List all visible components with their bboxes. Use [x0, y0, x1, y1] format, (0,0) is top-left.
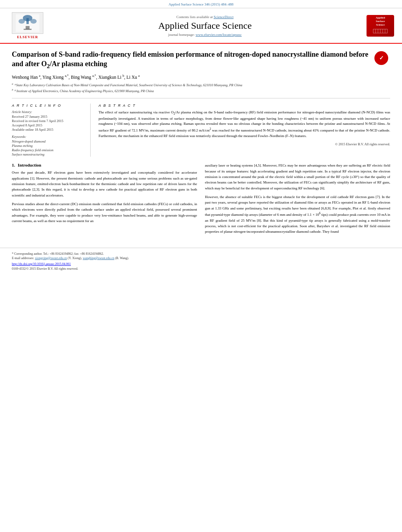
article-content: Comparison of S-band radio-frequency fie… — [0, 44, 402, 244]
accepted-date: Accepted 8 April 2015 — [12, 123, 84, 127]
journal-header: ELSEVIER Contents lists available at Sci… — [0, 8, 402, 44]
issn-copyright: 0169-4332/© 2015 Elsevier B.V. All right… — [12, 267, 390, 271]
info-columns: A R T I C L E I N F O Article history: R… — [12, 102, 390, 157]
authors: Wenhong Han a, Ying Xiong a,*, Bing Wang… — [12, 74, 390, 80]
divider — [12, 98, 390, 98]
affiliation-b: b ᵇ Institute of Applied Electronics, Ch… — [12, 88, 390, 94]
copyright-notice: © 2015 Elsevier B.V. All rights reserved… — [99, 142, 390, 146]
keyword-1: Nitrogen-doped diamond — [12, 139, 84, 143]
email-note: E-mail addresses: xiongying@swust.edu.cn… — [12, 256, 390, 260]
email-xiong[interactable]: xiongying@swust.edu.cn — [35, 256, 67, 260]
journal-title: Applied Surface Science — [47, 20, 363, 31]
history-label: Article history: — [12, 110, 84, 114]
section1-heading: 1. Introduction — [12, 163, 197, 167]
page: Applied Surface Science 346 (2015) 484–4… — [0, 0, 402, 532]
keyword-4: Surface nanostructuring — [12, 152, 84, 156]
abstract-text: The effect of surface nanostructuring vi… — [99, 110, 390, 139]
journal-logo-right: AppliedSurfaceScience — [363, 15, 394, 37]
keyword-2: Plasma etching — [12, 144, 84, 148]
intro-para1: Over the past decade, RF electron guns h… — [12, 170, 197, 198]
citation-text: Applied Surface Science 346 (2015) 484–4… — [169, 2, 234, 6]
received-date: Received 27 January 2015 — [12, 115, 84, 119]
contents-line: Contents lists available at ScienceDirec… — [47, 15, 363, 19]
svg-point-4 — [30, 19, 37, 24]
article-info-title: A R T I C L E I N F O — [12, 104, 84, 108]
applied-surface-science-logo: AppliedSurfaceScience — [367, 15, 394, 37]
affiliations: a ᵃ State Key Laboratory Cultivation Bas… — [12, 82, 390, 93]
right-para1: auxiliary laser or heating systems [4,5]… — [205, 163, 390, 191]
abstract-title: A B S T R A C T — [99, 104, 390, 108]
svg-rect-2 — [26, 18, 29, 24]
article-title: Comparison of S-band radio-frequency fie… — [12, 50, 370, 70]
article-info: A R T I C L E I N F O Article history: R… — [12, 104, 91, 157]
doi-link[interactable]: http://dx.doi.org/10.1016/j.apsusc.2015.… — [12, 262, 71, 266]
available-date: Available online 18 April 2015 — [12, 128, 84, 132]
homepage-link[interactable]: www.elsevier.com/locate/apsusc — [195, 33, 242, 37]
right-para2: However, the absence of suitable FECs is… — [205, 194, 390, 235]
article-history: Article history: Received 27 January 201… — [12, 110, 84, 132]
journal-homepage: journal homepage: www.elsevier.com/locat… — [47, 33, 363, 37]
footer: * Corresponding author. Tel.: +86 816241… — [0, 248, 402, 274]
left-column: 1. Introduction Over the past decade, RF… — [12, 163, 197, 238]
journal-center: Contents lists available at ScienceDirec… — [47, 15, 363, 37]
email-wang[interactable]: wangbing@swust.edu.cn — [83, 256, 114, 260]
sciencedirect-link[interactable]: ScienceDirect — [214, 15, 233, 19]
elsevier-logo-area: ELSEVIER — [8, 12, 47, 39]
crossmark-area[interactable]: ✓ — [374, 51, 390, 65]
keywords-label: Keywords: — [12, 135, 84, 139]
keyword-3: Radio-frequency field emission — [12, 148, 84, 152]
doi-line[interactable]: http://dx.doi.org/10.1016/j.apsusc.2015.… — [12, 262, 390, 266]
intro-para2: Previous studies about the direct-curren… — [12, 201, 197, 224]
keywords-section: Keywords: Nitrogen-doped diamond Plasma … — [12, 135, 84, 156]
right-column: auxiliary laser or heating systems [4,5]… — [205, 163, 390, 238]
elsevier-logo-image — [12, 12, 43, 34]
title-area: Comparison of S-band radio-frequency fie… — [12, 50, 390, 70]
crossmark-icon[interactable]: ✓ — [374, 51, 388, 65]
svg-rect-6 — [24, 29, 32, 30]
abstract-section: A B S T R A C T The effect of surface na… — [99, 104, 390, 157]
affiliation-a: a ᵃ State Key Laboratory Cultivation Bas… — [12, 82, 390, 88]
svg-point-3 — [19, 19, 25, 24]
corresponding-note: * Corresponding author. Tel.: +86 816241… — [12, 252, 390, 256]
svg-rect-5 — [26, 26, 30, 29]
elsevier-label: ELSEVIER — [17, 35, 38, 39]
body-columns: 1. Introduction Over the past decade, RF… — [12, 163, 390, 238]
journal-citation: Applied Surface Science 346 (2015) 484–4… — [0, 0, 402, 8]
revised-date: Received in revised form 7 April 2015 — [12, 119, 84, 123]
